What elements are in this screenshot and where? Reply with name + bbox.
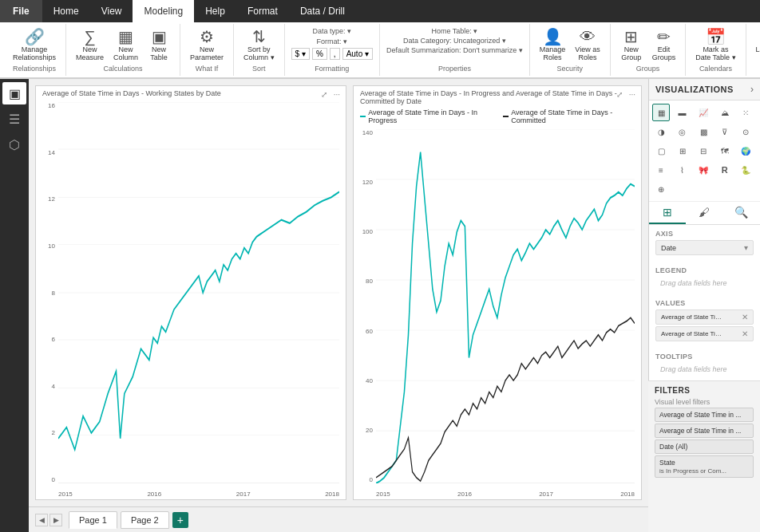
chart-right-x-2017: 2017 <box>539 491 553 498</box>
viz-icon-python[interactable]: 🐍 <box>737 161 754 179</box>
viz-icon-card[interactable]: ▢ <box>652 142 670 160</box>
viz-icon-map[interactable]: 🗺 <box>716 142 734 160</box>
legend-section-label: Legend <box>655 266 754 274</box>
viz-icon-waterfall[interactable]: ⌇ <box>674 161 691 179</box>
manage-relationships-button[interactable]: 🔗 ManageRelationships <box>10 27 59 63</box>
viz-icon-slicer[interactable]: ≡ <box>652 161 670 179</box>
new-group-button[interactable]: ⊞ NewGroup <box>617 27 646 63</box>
comma-button[interactable]: , <box>330 48 340 60</box>
tab-file[interactable]: File <box>0 0 42 22</box>
data-category-dropdown[interactable]: ▾ <box>502 37 506 45</box>
values-field-1-remove[interactable]: ✕ <box>742 313 748 321</box>
legend-teal-dot <box>360 116 366 117</box>
axis-field[interactable]: Date ▾ <box>655 240 754 255</box>
data-view-icon[interactable]: ☰ <box>2 108 26 130</box>
add-page-button[interactable]: + <box>172 512 188 528</box>
tab-data-drill[interactable]: Data / Drill <box>289 0 356 22</box>
tab-help[interactable]: Help <box>194 0 236 22</box>
viz-icon-funnel[interactable]: ⊽ <box>716 123 734 140</box>
viz-icon-r[interactable]: R <box>716 161 734 179</box>
viz-tab-fields[interactable]: ⊞ <box>649 202 686 224</box>
viz-icon-column[interactable]: ▬ <box>674 104 691 121</box>
edit-groups-icon: ✏ <box>657 29 671 45</box>
language-button[interactable]: 🌐 Language ▾ <box>753 27 760 55</box>
currency-button[interactable]: $ ▾ <box>291 48 310 60</box>
ribbon-group-formatting: Data type: ▾ Format: ▾ $ ▾ % , Auto ▾ Fo… <box>285 24 380 76</box>
tab-view[interactable]: View <box>90 0 133 22</box>
values-field-2[interactable]: Average of State Time ir ... ✕ <box>655 326 754 341</box>
viz-icon-bar[interactable]: ▦ <box>652 104 670 121</box>
manage-roles-button[interactable]: 👤 ManageRoles <box>536 27 569 63</box>
chart-left-x-2016: 2016 <box>147 491 161 498</box>
values-field-2-remove[interactable]: ✕ <box>742 329 748 338</box>
new-table-icon: ▣ <box>152 29 167 45</box>
manage-roles-icon: 👤 <box>543 29 563 45</box>
viz-tab-analytics[interactable]: 🔍 <box>723 202 760 224</box>
view-roles-icon: 👁 <box>580 29 596 45</box>
chart-left-title: Average of State Time in Days - Working … <box>36 86 346 99</box>
filter-item-2[interactable]: Average of State Time in ... <box>655 424 754 438</box>
viz-icon-line[interactable]: 📈 <box>695 104 712 121</box>
viz-icon-table[interactable]: ⊞ <box>674 142 691 160</box>
viz-panel-header: VISUALIZATIONS › <box>649 79 760 100</box>
filter-item-1[interactable]: Average of State Time in ... <box>655 408 754 422</box>
right-column: VISUALIZATIONS › ▦ ▬ 📈 ⛰ ⁙ ◑ ◎ ▩ ⊽ ⊙ ▢ ⊞… <box>648 79 760 532</box>
report-view-icon[interactable]: ▣ <box>2 82 26 104</box>
visualizations-panel: VISUALIZATIONS › ▦ ▬ 📈 ⛰ ⁙ ◑ ◎ ▩ ⊽ ⊙ ▢ ⊞… <box>648 79 760 380</box>
new-parameter-button[interactable]: ⚙ NewParameter <box>187 27 227 63</box>
legend-in-progress-label: Average of State Time in Days - In Progr… <box>368 108 493 124</box>
viz-icon-scatter[interactable]: ⁙ <box>737 104 754 121</box>
tab-format[interactable]: Format <box>236 0 289 22</box>
viz-tab-format[interactable]: 🖌 <box>686 202 722 224</box>
format-dropdown[interactable]: ▾ <box>343 37 347 45</box>
page-tabs-bar: ◀ ▶ Page 1 Page 2 + <box>29 506 648 532</box>
view-as-roles-button[interactable]: 👁 View asRoles <box>572 27 603 63</box>
page-tab-2[interactable]: Page 2 <box>121 511 169 529</box>
viz-icon-filled-map[interactable]: 🌍 <box>737 142 754 160</box>
viz-icon-donut[interactable]: ◎ <box>674 123 691 140</box>
sort-group-label: Sort <box>252 63 266 73</box>
new-group-icon: ⊞ <box>624 29 638 45</box>
prev-page-button[interactable]: ◀ <box>35 514 48 526</box>
viz-icon-matrix[interactable]: ⊟ <box>695 142 712 160</box>
chart-right-expand-icon[interactable]: ⤢ <box>614 89 625 100</box>
new-column-button[interactable]: ▦ NewColumn <box>110 27 141 63</box>
edit-groups-button[interactable]: ✏ EditGroups <box>649 27 679 63</box>
new-measure-button[interactable]: ∑ NewMeasure <box>73 27 107 63</box>
viz-icon-pie[interactable]: ◑ <box>652 123 670 140</box>
viz-icon-treemap[interactable]: ▩ <box>695 123 712 140</box>
viz-icon-gauge[interactable]: ⊙ <box>737 123 754 140</box>
filters-panel-title: FILTERS <box>655 386 754 395</box>
viz-expand-icon[interactable]: › <box>750 84 754 95</box>
viz-icon-area[interactable]: ⛰ <box>716 104 734 121</box>
chart-right-svg <box>376 129 635 483</box>
viz-icon-ribbon[interactable]: 🎀 <box>695 161 712 179</box>
values-field-1-label: Average of State Time ir ... <box>661 313 725 321</box>
values-field-1[interactable]: Average of State Time ir ... ✕ <box>655 309 754 325</box>
auto-button[interactable]: Auto ▾ <box>342 48 373 60</box>
viz-axis-section: Axis Date ▾ <box>649 225 760 262</box>
axis-section-label: Axis <box>655 230 754 238</box>
values-section-label: Values <box>655 299 754 307</box>
home-table-dropdown[interactable]: ▾ <box>473 27 477 35</box>
filter-item-date[interactable]: Date (All) <box>655 439 754 454</box>
tab-modeling[interactable]: Modeling <box>133 0 194 22</box>
relationships-group-label: Relationships <box>13 63 56 73</box>
new-table-button[interactable]: ▣ NewTable <box>144 27 173 63</box>
filter-item-state[interactable]: Stateis In Progress or Com... <box>655 455 754 478</box>
model-view-icon[interactable]: ⬡ <box>2 133 26 156</box>
mark-as-date-table-button[interactable]: 📅 Mark asDate Table ▾ <box>692 27 738 63</box>
summarization-dropdown[interactable]: ▾ <box>519 46 523 54</box>
page-tab-1[interactable]: Page 1 <box>69 511 117 529</box>
percent-button[interactable]: % <box>312 48 327 60</box>
axis-remove-icon[interactable]: ▾ <box>744 243 748 252</box>
viz-icon-qs[interactable]: ⊕ <box>652 180 670 198</box>
data-type-dropdown[interactable]: ▾ <box>347 27 351 35</box>
next-page-button[interactable]: ▶ <box>49 514 62 526</box>
sort-by-column-button[interactable]: ⇅ Sort byColumn ▾ <box>240 27 278 63</box>
filters-panel: FILTERS Visual level filters Average of … <box>648 380 760 484</box>
axis-value: Date <box>661 244 676 252</box>
chart-right-more-icon[interactable]: ··· <box>627 89 638 100</box>
tab-home[interactable]: Home <box>42 0 90 22</box>
whatif-group-label: What If <box>196 63 219 73</box>
